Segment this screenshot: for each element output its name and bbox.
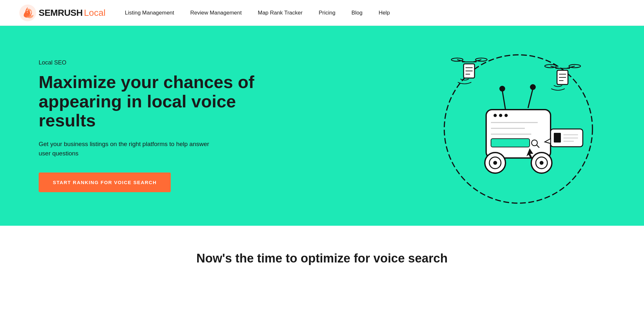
navbar: SEMRUSH Local Listing Management Review …: [0, 0, 644, 26]
nav-links: Listing Management Review Management Map…: [125, 10, 390, 16]
svg-line-15: [528, 89, 533, 108]
hero-label: Local SEO: [39, 59, 280, 66]
svg-point-3: [494, 114, 497, 117]
svg-point-14: [499, 86, 505, 92]
semrush-logo-icon: [19, 5, 36, 21]
logo-semrush-text: SEMRUSH: [39, 8, 83, 18]
nav-item-help[interactable]: Help: [379, 10, 390, 16]
svg-line-13: [502, 90, 505, 110]
svg-rect-9: [491, 139, 530, 147]
hero-section: Local SEO Maximize your chances of appea…: [0, 26, 644, 226]
logo-area[interactable]: SEMRUSH Local: [19, 5, 105, 21]
hero-content: Local SEO Maximize your chances of appea…: [39, 59, 280, 192]
logo-local-text: Local: [84, 8, 106, 18]
cta-button[interactable]: START RANKING FOR VOICE SEARCH: [39, 173, 171, 192]
nav-item-review[interactable]: Review Management: [190, 10, 242, 16]
svg-point-22: [540, 161, 543, 165]
svg-point-19: [493, 161, 497, 165]
bottom-title: Now's the time to optimize for voice sea…: [39, 252, 605, 265]
hero-title: Maximize your chances of appearing in lo…: [39, 73, 280, 130]
hero-illustration-svg: [431, 39, 605, 213]
nav-item-blog[interactable]: Blog: [351, 10, 362, 16]
hero-illustration: [431, 39, 605, 213]
nav-item-listing[interactable]: Listing Management: [125, 10, 174, 16]
hero-subtitle: Get your business listings on the right …: [39, 139, 213, 158]
svg-point-4: [499, 114, 502, 117]
svg-point-16: [530, 84, 536, 90]
bottom-section: Now's the time to optimize for voice sea…: [0, 226, 644, 278]
nav-item-map[interactable]: Map Rank Tracker: [258, 10, 303, 16]
svg-rect-43: [554, 133, 561, 143]
nav-item-pricing[interactable]: Pricing: [319, 10, 335, 16]
svg-point-5: [505, 114, 508, 117]
